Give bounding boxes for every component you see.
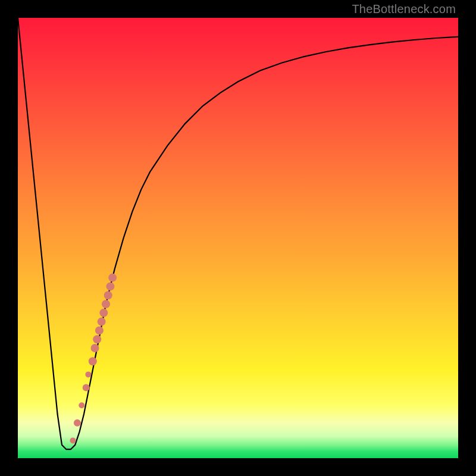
highlight-dot xyxy=(85,371,91,377)
highlight-dot xyxy=(106,282,114,290)
highlight-dot xyxy=(93,335,101,343)
highlight-dots xyxy=(70,274,117,444)
highlight-dot xyxy=(79,402,84,408)
plot-area xyxy=(18,18,458,458)
highlight-dot xyxy=(70,437,76,443)
curve-layer xyxy=(18,18,458,458)
highlight-dot xyxy=(99,309,108,317)
highlight-dot xyxy=(108,274,117,282)
highlight-dot xyxy=(74,419,81,427)
watermark-text: TheBottleneck.com xyxy=(352,2,456,16)
highlight-dot xyxy=(95,326,104,334)
highlight-dot xyxy=(83,384,90,392)
highlight-dot xyxy=(104,291,112,299)
highlight-dot xyxy=(98,318,106,326)
highlight-dot xyxy=(89,357,97,365)
chart-frame: TheBottleneck.com xyxy=(0,0,476,476)
bottleneck-curve xyxy=(18,18,458,449)
highlight-dot xyxy=(102,300,110,308)
highlight-dot xyxy=(91,344,99,352)
